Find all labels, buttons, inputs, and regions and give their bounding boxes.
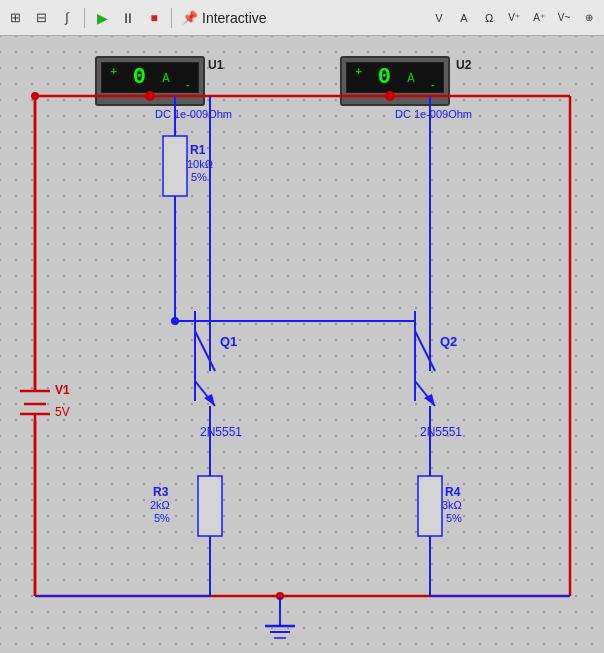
schematic-canvas[interactable]: + 0 A - U1 DC 1e-009Ohm + 0 A - U2 DC 1e… xyxy=(0,36,604,653)
svg-text:R1: R1 xyxy=(190,143,206,157)
svg-text:Q1: Q1 xyxy=(220,334,237,349)
svg-rect-21 xyxy=(198,476,222,536)
aplus-icon[interactable]: A⁺ xyxy=(528,7,550,29)
svg-rect-24 xyxy=(418,476,442,536)
more-icon[interactable]: ⊕ xyxy=(578,7,600,29)
svg-text:5%: 5% xyxy=(446,512,462,524)
svg-text:R4: R4 xyxy=(445,485,461,499)
pause-button[interactable]: ⏸ xyxy=(117,7,139,29)
svg-line-32 xyxy=(415,331,435,371)
toolbar-separator xyxy=(84,8,85,28)
svg-text:R3: R3 xyxy=(153,485,169,499)
svg-text:Q2: Q2 xyxy=(440,334,457,349)
toolbar-component-icon[interactable]: ⊟ xyxy=(30,7,52,29)
svg-line-28 xyxy=(195,331,215,371)
svg-text:2N5551: 2N5551 xyxy=(200,425,242,439)
omega-icon[interactable]: Ω xyxy=(478,7,500,29)
vac-icon[interactable]: V~ xyxy=(553,7,575,29)
svg-point-45 xyxy=(145,91,155,101)
toolbar-wire-icon[interactable]: ∫ xyxy=(56,7,78,29)
svg-rect-9 xyxy=(163,136,187,196)
pin-icon: 📌 xyxy=(182,10,198,25)
volt-icon[interactable]: V xyxy=(428,7,450,29)
svg-point-46 xyxy=(385,91,395,101)
toolbar: ⊞ ⊟ ∫ ▶ ⏸ ■ 📌 Interactive V A Ω V⁺ A⁺ V~… xyxy=(0,0,604,36)
svg-text:V1: V1 xyxy=(55,383,70,397)
amp-icon[interactable]: A xyxy=(453,7,475,29)
toolbar-grid-icon[interactable]: ⊞ xyxy=(4,7,26,29)
svg-text:5V: 5V xyxy=(55,405,70,419)
toolbar-separator-2 xyxy=(171,8,172,28)
svg-text:5%: 5% xyxy=(154,512,170,524)
vplus-icon[interactable]: V⁺ xyxy=(503,7,525,29)
svg-text:2kΩ: 2kΩ xyxy=(150,499,170,511)
play-button[interactable]: ▶ xyxy=(91,7,113,29)
mode-text: Interactive xyxy=(202,10,267,26)
svg-text:3kΩ: 3kΩ xyxy=(442,499,462,511)
svg-text:10kΩ: 10kΩ xyxy=(187,158,213,170)
stop-button[interactable]: ■ xyxy=(143,7,165,29)
toolbar-right-icons: V A Ω V⁺ A⁺ V~ ⊕ xyxy=(428,7,600,29)
svg-text:2N5551: 2N5551 xyxy=(420,425,462,439)
svg-text:5%: 5% xyxy=(191,171,207,183)
interactive-mode-label: 📌 Interactive xyxy=(182,10,267,26)
